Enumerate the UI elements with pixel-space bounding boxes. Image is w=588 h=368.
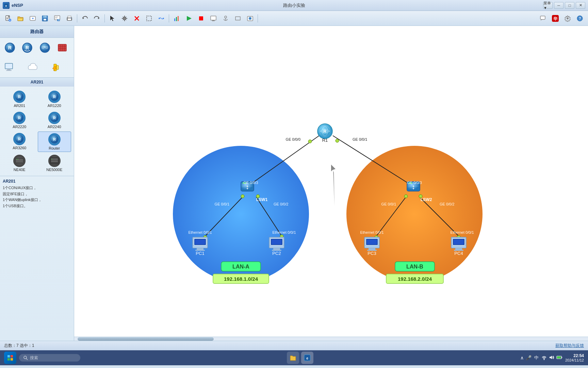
svg-marker-34 (187, 16, 192, 21)
svg-rect-35 (199, 16, 203, 20)
svg-rect-132 (7, 355, 10, 357)
anchor-button[interactable] (220, 13, 231, 24)
svg-text:R: R (53, 137, 56, 141)
desc-title: AR201 (3, 179, 71, 184)
settings-button[interactable] (562, 13, 573, 24)
svg-rect-32 (176, 17, 177, 21)
area-select-button[interactable] (144, 13, 154, 24)
canvas-area[interactable]: R (74, 26, 588, 341)
pc-type-icon[interactable] (3, 60, 17, 75)
import-button[interactable] (27, 13, 38, 24)
ar201-section-title: AR201 (0, 77, 74, 87)
restore-button[interactable]: □ (565, 2, 574, 9)
volume-icon[interactable] (549, 355, 554, 361)
svg-text:R: R (18, 116, 21, 120)
taskbar-right: ∧ 🎤 中 (520, 353, 584, 362)
open-file-button[interactable] (15, 13, 26, 24)
print-button[interactable] (64, 13, 75, 24)
search-input[interactable] (30, 355, 71, 360)
pan-button[interactable] (119, 13, 130, 24)
mic-icon[interactable]: 🎤 (526, 355, 532, 361)
chat-button[interactable] (538, 13, 549, 24)
svg-text:+: + (9, 19, 11, 22)
undo-button[interactable] (79, 13, 90, 24)
device-item-ar3260[interactable]: R AR3260 (3, 132, 36, 152)
delete-button[interactable] (131, 13, 142, 24)
close-button[interactable]: ✕ (576, 2, 585, 9)
connection-button[interactable] (156, 13, 167, 24)
ar2240-icon: R (48, 112, 61, 124)
wifi-icon[interactable] (541, 355, 547, 361)
r1-router[interactable]: R (317, 124, 332, 139)
router-type-icon[interactable]: R (3, 41, 17, 55)
total-status: 总数：7 选中：1 (4, 343, 34, 349)
ensp-taskbar-button[interactable]: e (301, 352, 313, 364)
svg-rect-28 (147, 16, 151, 21)
minimize-button[interactable]: ─ (554, 2, 564, 9)
horizontal-scrollbar[interactable] (74, 337, 588, 341)
file-explorer-button[interactable] (287, 352, 299, 364)
start-button[interactable] (183, 13, 194, 24)
lan-a-ip: 192.168.1.0/24 (224, 276, 258, 282)
ar201-label: AR201 (14, 104, 25, 108)
svg-text:R: R (53, 116, 56, 120)
pc3-eth-label: Ethernet 0/0/1 (360, 230, 383, 234)
device-item-ar201[interactable]: R AR201 (3, 89, 36, 109)
device-item-ar2220[interactable]: R AR2220 (3, 110, 36, 130)
rectangle-button[interactable] (232, 13, 243, 24)
ar3260-label: AR3260 (13, 146, 26, 150)
cloud-icon[interactable] (26, 60, 40, 75)
svg-rect-13 (44, 19, 46, 20)
router-type-2-icon[interactable]: R (20, 41, 34, 55)
svg-rect-125 (367, 240, 377, 244)
device-item-router[interactable]: R Router (38, 132, 71, 152)
menu-button[interactable]: 菜单▼ (543, 2, 553, 9)
device-item-ne40e[interactable]: NE40E (3, 153, 36, 173)
power-icon[interactable] (49, 60, 64, 75)
stop-button[interactable] (196, 13, 207, 24)
wireless-router-icon[interactable]: ((R)) (38, 41, 52, 55)
lsw2-ge001-dot (404, 195, 408, 198)
svg-line-137 (26, 358, 28, 360)
separator-2 (104, 14, 105, 22)
svg-text:?: ? (579, 16, 581, 20)
capture-button[interactable] (245, 13, 256, 24)
help-link[interactable]: 获取帮助与反馈 (555, 343, 584, 349)
svg-point-44 (249, 18, 251, 19)
svg-point-49 (567, 17, 569, 19)
export-button[interactable] (52, 13, 63, 24)
device-item-ne5000e[interactable]: NE5000E (38, 153, 71, 173)
scrollbar-thumb[interactable] (78, 337, 214, 341)
preview-button[interactable] (208, 13, 219, 24)
redo-button[interactable] (92, 13, 102, 24)
battery-icon[interactable] (556, 355, 562, 361)
ne40e-icon (13, 155, 26, 167)
start-menu-button[interactable] (4, 352, 16, 364)
logo-button[interactable]: 华 (550, 13, 561, 24)
svg-rect-143 (557, 356, 561, 358)
search-box[interactable] (19, 354, 80, 362)
lsw1-ge001-label: GE 0/0/1 (215, 202, 229, 206)
firewall-icon[interactable] (55, 41, 69, 55)
stats-button[interactable] (171, 13, 182, 24)
svg-rect-119 (272, 240, 282, 244)
lsw1-ge003-label: GE 0/0/3 (243, 181, 258, 185)
device-item-ar1220[interactable]: R AR1220 (38, 89, 71, 109)
save-button[interactable] (39, 13, 50, 24)
tray-up-icon[interactable]: ∧ (520, 355, 524, 361)
lsw2-ge002-label: GE 0/0/2 (440, 202, 454, 206)
lsw2-label: LSW2 (421, 197, 432, 202)
help-button[interactable]: ? (574, 13, 585, 24)
svg-point-85 (16, 159, 17, 159)
device-type-extra-grid (0, 58, 74, 77)
svg-text:R: R (26, 45, 29, 50)
clock[interactable]: 22:54 2024/11/12 (565, 353, 584, 362)
select-button[interactable] (107, 13, 118, 24)
ime-label[interactable]: 中 (534, 355, 539, 361)
device-item-ar2240[interactable]: R AR2240 (38, 110, 71, 130)
new-file-button[interactable]: + (3, 13, 14, 24)
ar2220-icon: R (13, 112, 26, 124)
svg-rect-122 (369, 248, 375, 250)
taskbar: e ∧ 🎤 中 (0, 350, 588, 365)
pc2-label: PC2 (272, 251, 281, 256)
